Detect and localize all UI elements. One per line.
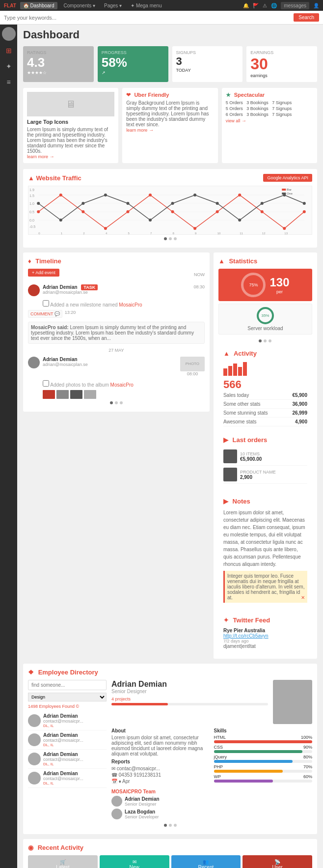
order-info: PRODUCT NAME2,900: [240, 470, 276, 480]
notification-bell-icon[interactable]: 🔔: [243, 3, 249, 8]
large-icons-learn-more[interactable]: learn more: [27, 154, 48, 159]
tweet-item: Rye Pier Australia http://t.co/rcCb5avyn…: [223, 628, 307, 649]
timeline-dot-2[interactable]: [115, 401, 118, 404]
employee-progress-fill: [111, 703, 168, 705]
employee-list-item[interactable]: Adrian Demiancontact@mosaicpr...DL, IL: [28, 711, 107, 730]
chart-dot-2[interactable]: [169, 237, 172, 240]
tweet-time: 7/2 days ago: [223, 639, 307, 644]
signups-label: Signups: [176, 50, 239, 55]
sidebar-settings-icon[interactable]: ✦: [4, 60, 14, 72]
svg-point-35: [303, 202, 306, 205]
rating-sub: ★★★★☆: [27, 70, 90, 75]
timeline-item-photo: Adrian Demian adrian@mosaicplan.se PHOTO…: [28, 357, 205, 376]
brand-logo: FLAT: [4, 3, 16, 8]
svg-point-12: [81, 210, 84, 213]
timeline-photo-area: PHOTO 08:00: [180, 357, 205, 376]
nav-item-components[interactable]: Components ▾: [61, 3, 98, 8]
timeline-avatar-1: [28, 284, 40, 296]
timeline-dot-3[interactable]: [120, 401, 123, 404]
notification-alert-icon[interactable]: ⚠: [263, 3, 267, 8]
nav-item-megamenu[interactable]: ✦ Mega menu: [128, 3, 164, 8]
milestone-checkbox-2[interactable]: [43, 380, 49, 387]
spectacular-view-all[interactable]: view all: [226, 118, 241, 123]
rating-label: Ratings: [27, 50, 90, 55]
svg-text:4: 4: [106, 232, 108, 235]
svg-text:5: 5: [128, 232, 130, 235]
stats-dot-2[interactable]: [264, 339, 267, 342]
traffic-chart: 1.9 1.5 1.0 0.5 0.0 -0.5: [28, 186, 312, 235]
timeline-photo-email: adrian@mosaicplan.se: [43, 362, 88, 367]
skill-name: HTML: [214, 735, 226, 740]
tab-new-label: New: [106, 865, 163, 868]
svg-point-21: [283, 227, 286, 230]
photo-4: [84, 390, 96, 399]
employee-list-item[interactable]: Adrian Demiancontact@mosaicpr...DL, IL: [28, 730, 107, 750]
chart-dot-3[interactable]: [174, 237, 177, 240]
notification-flag-icon[interactable]: 🚩: [253, 3, 259, 8]
emp-dot-3[interactable]: [174, 824, 177, 827]
timeline-dot-1[interactable]: [110, 401, 113, 404]
sidebar-home-icon[interactable]: ⊞: [4, 45, 14, 56]
timeline-title: ♦ Timeline: [28, 257, 205, 265]
skill-bar: HTML100%: [214, 735, 313, 743]
employee-item-info: Adrian Demiancontact@mosaicpr...DL, IL: [43, 771, 83, 785]
activity-value: 36,900: [292, 401, 307, 407]
sidebar-menu-icon[interactable]: ≡: [4, 76, 12, 88]
team-member-role: Senior Designer: [125, 802, 160, 807]
language-flag-icon[interactable]: 🌐: [271, 3, 277, 8]
emp-dot-1[interactable]: [164, 824, 167, 827]
emp-dot-2[interactable]: [169, 824, 172, 827]
svg-text:1.9: 1.9: [29, 188, 34, 192]
analytics-api-button[interactable]: Google Analytics API: [263, 174, 312, 182]
tab-new-icon: ✉: [106, 859, 163, 865]
svg-text:11: 11: [240, 232, 243, 235]
employee-list-item[interactable]: Adrian Demiancontact@mosaicpr...DL, IL: [28, 769, 107, 788]
employee-info: Adrian Demian Senior Designer 4 projects: [111, 680, 268, 724]
tab-new[interactable]: ✉ New: [100, 855, 169, 868]
messages-button[interactable]: messages: [281, 2, 309, 9]
nav-item-pages[interactable]: Pages ▾: [102, 3, 124, 8]
svg-text:7: 7: [150, 232, 152, 235]
uber-friendly-title: ❤ Uber Friendly: [126, 92, 214, 98]
team-member-role: Senior Developer: [125, 814, 159, 819]
skill-bar: jQuery80%: [214, 755, 313, 763]
order-label: 10 ITEMS: [240, 451, 262, 456]
uber-friendly-learn-more[interactable]: learn more: [126, 128, 147, 133]
svg-point-16: [171, 210, 174, 213]
employee-search-input[interactable]: [28, 680, 107, 690]
bar-4: [238, 367, 242, 376]
search-button[interactable]: Search: [294, 13, 319, 22]
milestone-checkbox[interactable]: [43, 300, 49, 307]
tab-recent[interactable]: 👥 Recent: [171, 855, 241, 868]
chart-dot-1[interactable]: [164, 237, 167, 240]
progress-value: 58%: [102, 55, 164, 70]
employee-item-email: contact@mosaicpr...: [43, 757, 83, 762]
activity-row: Awesome stats4,900: [223, 418, 307, 426]
user-avatar[interactable]: [2, 27, 16, 41]
progress-icon: ↗: [102, 70, 164, 75]
employee-filter-select[interactable]: Design: [28, 693, 107, 701]
tweet-handle: Rye Pier Australia: [223, 628, 307, 633]
report-item: 📅 ♦ Apr: [111, 779, 210, 784]
search-input[interactable]: [4, 15, 294, 21]
stats-dot-1[interactable]: [259, 339, 262, 342]
recent-activity-title: ◉ Recent Activity: [28, 844, 312, 851]
tab-user[interactable]: 📡 User: [242, 855, 312, 868]
employee-item-tags: DL, IL: [43, 743, 83, 747]
tab-user-icon: 📡: [248, 859, 306, 865]
user-icon[interactable]: 👤: [313, 3, 319, 8]
last-orders-section: ▶ Last orders 10 ITEMS€5,900.00PRODUCT N…: [218, 431, 312, 489]
activity-row: Sales today€5,900: [223, 391, 307, 400]
employee-list-item[interactable]: Adrian Demiancontact@mosaicpr...DL, IL: [28, 750, 107, 769]
add-event-button[interactable]: + Add event: [28, 269, 59, 277]
nav-item-dashboard[interactable]: 🏠 Dashboard: [20, 2, 57, 9]
employee-item-email: contact@mosaicpr...: [43, 738, 83, 743]
tweet-link[interactable]: http://t.co/rcCb5avyn: [223, 633, 269, 639]
statistics-donut: 75% 130 per: [218, 269, 312, 301]
notes-close-button[interactable]: ✕: [301, 595, 305, 600]
tab-latest[interactable]: 🛒 Latest: [28, 855, 98, 868]
orders-list: 10 ITEMS€5,900.00PRODUCT NAME2,900: [223, 448, 307, 484]
stats-dot-3[interactable]: [269, 339, 271, 342]
employee-role: Senior Designer: [111, 689, 268, 694]
svg-point-26: [104, 194, 107, 196]
